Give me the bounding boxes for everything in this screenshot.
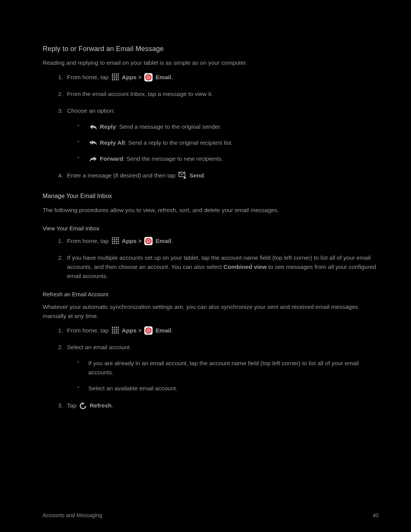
steps-list-3: From home, tap Apps > Email. Select an e… [43, 326, 379, 410]
email-icon [144, 326, 153, 335]
svg-rect-36 [116, 243, 117, 244]
reply-icon [89, 123, 97, 130]
svg-rect-35 [114, 243, 115, 244]
step-1b: From home, tap Apps > Email. [65, 236, 379, 246]
step-2c: Select an email account. If you are alre… [65, 343, 379, 393]
reply-all-icon [89, 139, 97, 146]
svg-rect-1 [114, 73, 115, 75]
heading-manage-inbox: Manage Your Email Inbox [43, 192, 379, 201]
step-1c: From home, tap Apps > Email. [65, 326, 379, 335]
intro-text-2: The following procedures allow you to vi… [43, 206, 379, 215]
svg-rect-14 [116, 79, 117, 80]
sub-list-3: If you are already in an email account, … [67, 359, 379, 393]
sub-item-1: If you are already in an email account, … [78, 359, 379, 377]
svg-rect-29 [118, 239, 119, 240]
svg-rect-13 [114, 79, 115, 80]
svg-rect-46 [118, 327, 119, 328]
svg-rect-25 [118, 237, 119, 238]
option-reply: Reply: Send a message to the original se… [78, 122, 379, 131]
svg-rect-45 [116, 327, 117, 328]
svg-rect-56 [114, 332, 115, 334]
svg-rect-28 [116, 239, 117, 240]
svg-rect-5 [114, 75, 115, 77]
svg-rect-27 [114, 239, 115, 240]
step-2: From the email account Inbox, tap a mess… [65, 89, 379, 99]
svg-rect-58 [118, 332, 119, 334]
svg-rect-10 [116, 77, 117, 78]
svg-rect-0 [112, 73, 113, 75]
svg-rect-47 [112, 329, 113, 330]
svg-rect-49 [116, 329, 117, 330]
svg-rect-44 [114, 327, 115, 328]
svg-rect-4 [112, 75, 113, 77]
footer-section: Accounts and Messaging [43, 511, 102, 520]
svg-rect-7 [118, 75, 119, 77]
svg-point-42 [148, 241, 149, 242]
step-3: Choose an option: Reply: Send a message … [65, 106, 379, 163]
subheading-view-inbox: View Your Email Inbox [43, 224, 379, 233]
svg-rect-57 [116, 332, 117, 334]
svg-rect-51 [112, 331, 113, 332]
svg-rect-54 [118, 331, 119, 332]
svg-rect-50 [118, 329, 119, 330]
svg-rect-33 [118, 241, 119, 242]
sub-item-2: Select an available email account. [78, 384, 379, 393]
send-icon [178, 172, 187, 179]
svg-rect-24 [116, 237, 117, 238]
svg-point-20 [148, 77, 149, 78]
svg-rect-55 [112, 332, 113, 334]
intro-text: Reading and replying to email on your ta… [43, 58, 379, 67]
svg-rect-8 [112, 77, 113, 78]
subheading-refresh: Refresh an Email Account [43, 290, 379, 299]
svg-rect-22 [112, 237, 113, 238]
svg-rect-26 [112, 239, 113, 240]
option-forward: Forward: Send the message to new recipie… [78, 154, 379, 163]
step-4: Enter a message (if desired) and then ta… [65, 171, 379, 180]
refresh-icon [79, 402, 87, 409]
svg-rect-6 [116, 75, 117, 77]
svg-rect-11 [118, 77, 119, 78]
options-list: Reply: Send a message to the original se… [67, 122, 379, 163]
svg-rect-37 [118, 243, 119, 244]
svg-rect-30 [112, 241, 113, 242]
page-number: 40 [373, 511, 379, 520]
document-page: Reply to or Forward an Email Message Rea… [0, 0, 411, 532]
svg-rect-3 [118, 73, 119, 75]
svg-rect-32 [116, 241, 117, 242]
intro-text-3: Whatever your automatic synchronization … [43, 302, 379, 321]
svg-rect-23 [114, 237, 115, 238]
svg-point-63 [148, 330, 149, 331]
page-footer: Accounts and Messaging 40 [43, 511, 379, 520]
svg-rect-12 [112, 79, 113, 80]
step-1: From home, tap Apps > Email. [65, 73, 379, 82]
email-icon [144, 237, 153, 245]
steps-list-2: From home, tap Apps > Email. If you have… [43, 236, 379, 281]
apps-icon [112, 326, 119, 334]
svg-rect-9 [114, 77, 115, 78]
svg-rect-53 [116, 331, 117, 332]
svg-rect-52 [114, 331, 115, 332]
forward-icon [89, 155, 97, 162]
apps-icon [112, 237, 119, 244]
svg-rect-31 [114, 241, 115, 242]
heading-reply-forward: Reply to or Forward an Email Message [43, 44, 379, 54]
svg-rect-43 [112, 327, 113, 328]
svg-rect-48 [114, 329, 115, 330]
svg-rect-2 [116, 73, 117, 75]
apps-icon [112, 73, 119, 81]
step-3c: Tap Refresh. [65, 401, 379, 410]
email-icon [144, 73, 153, 81]
option-reply-all: Reply All: Send a reply to the original … [78, 138, 379, 147]
steps-list-1: From home, tap Apps > Email. From the em… [43, 73, 379, 180]
svg-rect-15 [118, 79, 119, 80]
svg-rect-34 [112, 243, 113, 244]
step-2b: If you have multiple accounts set up on … [65, 253, 379, 281]
